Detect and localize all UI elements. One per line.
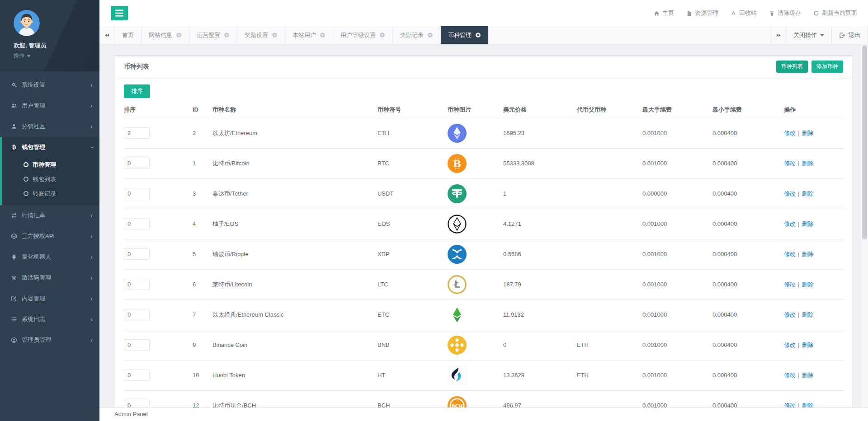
chevron-down-icon: ‹ [81, 146, 102, 149]
sidebar-subitem-coin-management[interactable]: 币种管理 [2, 158, 99, 172]
tab-close-icon[interactable] [320, 32, 326, 38]
tab-site-info[interactable]: 网站信息 [142, 26, 189, 44]
sidebar-item-content-management[interactable]: 内容管理‹ [0, 288, 99, 309]
delete-link[interactable]: 删除 [802, 160, 813, 167]
topnav-resources[interactable]: 资源管理 [686, 9, 718, 17]
sort-cell [124, 209, 193, 239]
sort-input[interactable] [124, 127, 150, 139]
column-header: 币种名称 [212, 102, 377, 118]
sidebar-subitem-transfer-records[interactable]: 转账记录 [2, 187, 99, 201]
tabs-scroll-right-button[interactable] [771, 26, 786, 44]
tab-operation-config[interactable]: 运营配置 [189, 26, 237, 44]
delete-link[interactable]: 删除 [802, 372, 813, 379]
sidebar-item-wallet-management[interactable]: B钱包管理‹ [2, 137, 99, 158]
tab-close-icon[interactable] [272, 32, 278, 38]
tab-reward-settings[interactable]: 奖励设置 [237, 26, 285, 44]
sort-button[interactable]: 排序 [124, 84, 150, 98]
sort-input[interactable] [124, 248, 150, 260]
edit-link[interactable]: 修改 [784, 341, 796, 348]
tabs-scroll-left-button[interactable] [99, 26, 115, 44]
sort-input[interactable] [124, 158, 150, 169]
sidebar-item-system-settings[interactable]: 系统设置‹ [0, 75, 99, 95]
coin-symbol: BTC [377, 148, 448, 178]
tab-reward-records[interactable]: 奖励记录 [393, 26, 441, 44]
delete-link[interactable]: 删除 [802, 341, 813, 348]
topnav-label: 回收站 [739, 9, 757, 17]
topnav-refresh-page[interactable]: 刷新当前页面 [813, 9, 857, 17]
sidebar-item-market-rates[interactable]: 行情汇率‹ [0, 205, 99, 226]
coin-min-fee: 0.000400 [712, 330, 784, 360]
sort-input[interactable] [124, 188, 150, 199]
topnav-clear-cache[interactable]: 清除缓存 [769, 9, 801, 17]
separator: | [798, 190, 799, 197]
edit-link[interactable]: 修改 [784, 160, 796, 167]
actions-cell: 修改|删除 [784, 148, 844, 178]
sort-input[interactable] [124, 339, 150, 351]
tab-close-icon[interactable] [427, 32, 433, 38]
sidebar-item-system-logs[interactable]: 系统日志‹ [0, 309, 99, 330]
sort-cell [124, 239, 193, 269]
delete-link[interactable]: 删除 [802, 311, 813, 318]
topnav-label: 主页 [662, 9, 674, 17]
edit-link[interactable]: 修改 [784, 281, 796, 288]
column-header: 排序 [124, 102, 193, 118]
sort-input[interactable] [124, 279, 150, 290]
sidebar-toggle-button[interactable] [111, 6, 128, 20]
sidebar-item-third-party-api[interactable]: 三方授权API‹ [0, 226, 99, 247]
sort-input[interactable] [124, 400, 150, 407]
actions-cell: 修改|删除 [784, 299, 844, 330]
sidebar-item-label: 激活码管理 [22, 274, 51, 281]
ht-icon [448, 366, 467, 385]
tab-site-users[interactable]: 本站用户 [285, 26, 333, 44]
tab-close-icon[interactable] [176, 32, 182, 38]
edit-link[interactable]: 修改 [784, 190, 796, 197]
edit-link[interactable]: 修改 [784, 220, 796, 227]
add-coin-button[interactable]: 添加币种 [811, 61, 843, 73]
scrollbar[interactable] [861, 44, 868, 407]
delete-link[interactable]: 删除 [802, 190, 813, 197]
delete-link[interactable]: 删除 [802, 130, 813, 136]
tab-close-icon[interactable] [475, 32, 481, 38]
forward-icon [776, 33, 781, 38]
tab-home[interactable]: 首页 [115, 26, 142, 44]
recycle-icon [731, 10, 736, 16]
topnav-recycle-bin[interactable]: 回收站 [731, 9, 757, 17]
delete-link[interactable]: 删除 [802, 402, 813, 408]
sidebar-item-user-management[interactable]: 用户管理‹ [0, 95, 99, 116]
edit-link[interactable]: 修改 [784, 130, 796, 136]
edit-link[interactable]: 修改 [784, 251, 796, 257]
profile-action-dropdown[interactable]: 操作 [14, 52, 99, 60]
scrollbar-thumb[interactable] [862, 45, 867, 239]
coin-list-button[interactable]: 币种列表 [776, 61, 808, 73]
sidebar-item-quant-robot[interactable]: 量化机器人‹ [0, 247, 99, 267]
exit-button[interactable]: 退出 [832, 26, 868, 44]
edit-link[interactable]: 修改 [784, 402, 796, 408]
sort-input[interactable] [124, 309, 150, 320]
sort-input[interactable] [124, 218, 150, 229]
edit-link[interactable]: 修改 [784, 372, 796, 379]
delete-link[interactable]: 删除 [802, 220, 813, 227]
sidebar-subitem-wallet-list[interactable]: 钱包列表 [2, 172, 99, 187]
tab-coin-management[interactable]: 币种管理 [441, 26, 489, 44]
tab-user-level-settings[interactable]: 用户等级设置 [333, 26, 393, 44]
table-row: 1比特币/BitcoinBTCB55333.30080.0010000.0004… [124, 148, 844, 178]
sidebar-item-admin-management[interactable]: 管理员管理‹ [0, 330, 99, 351]
sidebar-item-distribution-community[interactable]: 分销社区‹ [0, 116, 99, 137]
separator: | [798, 281, 799, 288]
actions-cell: 修改|删除 [784, 330, 844, 360]
column-header: ID [193, 102, 212, 118]
tab-close-icon[interactable] [224, 32, 230, 38]
main-area: 主页资源管理回收站清除缓存刷新当前页面 首页网站信息运营配置奖励设置本站用户用户… [99, 0, 868, 421]
sort-input[interactable] [124, 370, 150, 381]
delete-link[interactable]: 删除 [802, 251, 813, 257]
tab-close-icon[interactable] [379, 32, 385, 38]
coin-min-fee: 0.000400 [712, 209, 784, 239]
actions-cell: 修改|删除 [784, 209, 844, 239]
tab-label: 网站信息 [149, 31, 172, 39]
chevron-left-icon: ‹ [90, 95, 93, 116]
delete-link[interactable]: 删除 [802, 281, 813, 288]
topnav-home[interactable]: 主页 [654, 9, 674, 17]
edit-link[interactable]: 修改 [784, 311, 796, 318]
close-actions-dropdown[interactable]: 关闭操作 [786, 26, 832, 44]
sidebar-item-activation-codes[interactable]: 激活码管理‹ [0, 267, 99, 288]
